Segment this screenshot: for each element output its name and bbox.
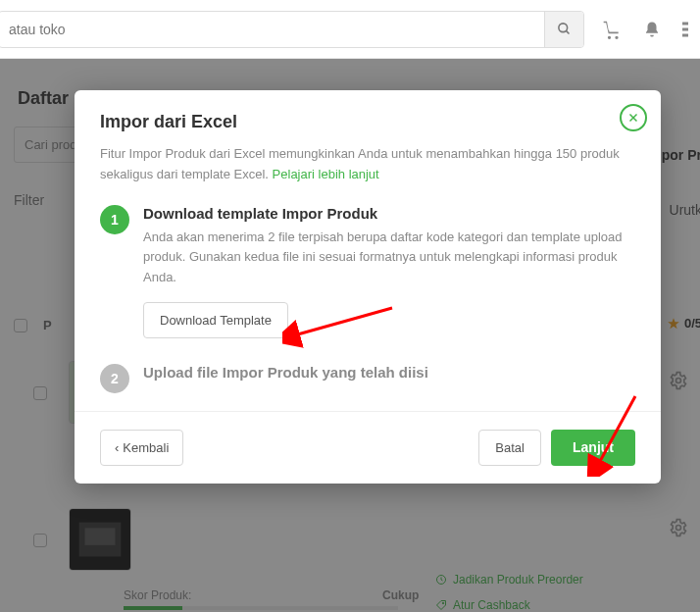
download-template-button[interactable]: Download Template bbox=[143, 302, 288, 338]
step-2: 2 Upload file Impor Produk yang telah di… bbox=[100, 364, 635, 393]
step-1: 1 Download template Impor Produk Anda ak… bbox=[100, 205, 635, 338]
search-button[interactable] bbox=[544, 12, 583, 47]
next-button[interactable]: Lanjut bbox=[551, 430, 635, 466]
step-2-title: Upload file Impor Produk yang telah diis… bbox=[143, 364, 635, 381]
svg-rect-3 bbox=[682, 27, 688, 30]
modal-subtitle: Fitur Impor Produk dari Excel memungkink… bbox=[100, 144, 635, 185]
import-excel-modal: Impor dari Excel Fitur Impor Produk dari… bbox=[75, 90, 661, 484]
menu-icon[interactable] bbox=[682, 20, 688, 39]
cart-icon[interactable] bbox=[602, 20, 622, 39]
step-number-1: 1 bbox=[100, 205, 129, 234]
svg-rect-2 bbox=[682, 22, 688, 25]
svg-line-1 bbox=[566, 30, 569, 33]
svg-rect-4 bbox=[682, 33, 688, 36]
close-icon bbox=[627, 112, 639, 124]
close-button[interactable] bbox=[620, 104, 647, 131]
back-button[interactable]: ‹Kembali bbox=[100, 430, 183, 466]
step-1-desc: Anda akan menerima 2 file terpisah berup… bbox=[143, 228, 635, 288]
search-input[interactable] bbox=[0, 22, 544, 37]
divider bbox=[75, 411, 661, 412]
topbar bbox=[0, 0, 700, 59]
step-1-title: Download template Impor Produk bbox=[143, 205, 635, 222]
topbar-icons bbox=[602, 20, 692, 39]
step-number-2: 2 bbox=[100, 364, 129, 393]
learn-more-link[interactable]: Pelajari lebih lanjut bbox=[273, 167, 379, 181]
modal-footer: ‹Kembali Batal Lanjut bbox=[100, 426, 635, 466]
search-icon bbox=[557, 22, 572, 36]
cancel-button[interactable]: Batal bbox=[478, 430, 541, 466]
global-search bbox=[0, 11, 584, 48]
bell-icon[interactable] bbox=[643, 20, 661, 39]
modal-title: Impor dari Excel bbox=[100, 112, 635, 132]
svg-point-0 bbox=[559, 24, 568, 32]
